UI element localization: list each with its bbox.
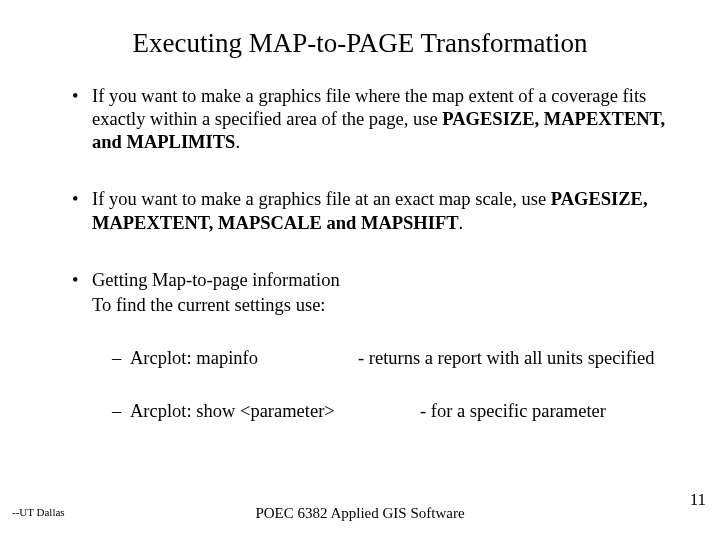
sub-item-1: Arcplot: mapinfo - returns a report with… — [112, 347, 670, 370]
bullet-2-pre: If you want to make a graphics file at a… — [92, 189, 551, 209]
footer-left: --UT Dallas — [12, 506, 65, 518]
footer: --UT Dallas POEC 6382 Applied GIS Softwa… — [0, 502, 720, 522]
slide-title: Executing MAP-to-PAGE Transformation — [70, 28, 650, 59]
bullet-1-post: . — [235, 132, 240, 152]
bullet-3: Getting Map-to-page information To find … — [72, 269, 670, 424]
sub-list: Arcplot: mapinfo - returns a report with… — [92, 347, 670, 423]
sub-2-left: Arcplot: show <parameter> — [130, 400, 420, 423]
bullet-2: If you want to make a graphics file at a… — [72, 188, 670, 234]
sub-item-2: Arcplot: show <parameter> - for a specif… — [112, 400, 670, 423]
page-number: 11 — [690, 490, 706, 510]
sub-2-right: - for a specific parameter — [420, 400, 606, 423]
bullet-list: If you want to make a graphics file wher… — [50, 85, 670, 423]
bullet-3-line2: To find the current settings use: — [92, 294, 670, 317]
bullet-2-post: . — [459, 213, 464, 233]
sub-1-left: Arcplot: mapinfo — [130, 347, 358, 370]
bullet-3-line1: Getting Map-to-page information — [92, 270, 340, 290]
footer-center: POEC 6382 Applied GIS Software — [255, 505, 464, 522]
bullet-1: If you want to make a graphics file wher… — [72, 85, 670, 154]
sub-1-right: - returns a report with all units specif… — [358, 347, 654, 370]
